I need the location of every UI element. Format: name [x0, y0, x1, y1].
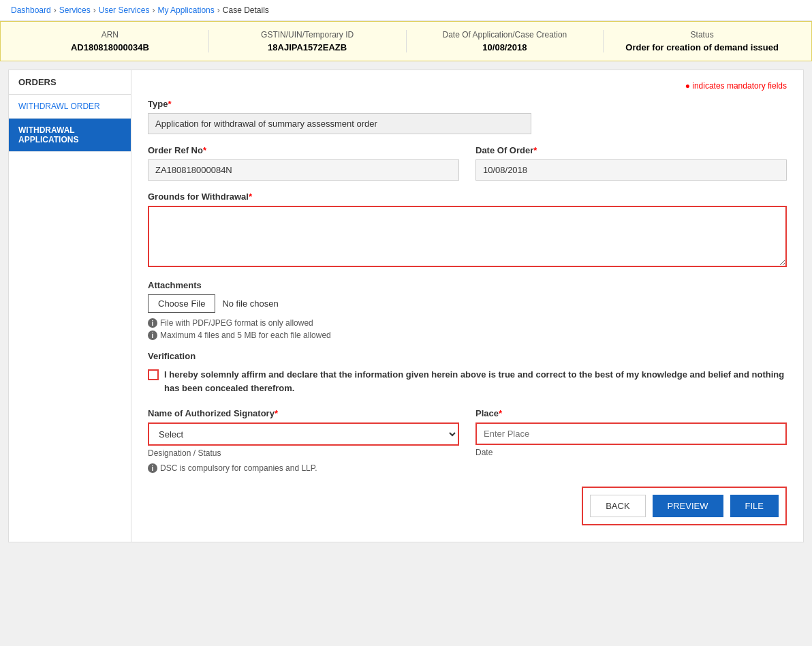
sidebar-item-withdrawal-applications[interactable]: WITHDRAWAL APPLICATIONS — [9, 119, 131, 152]
designation-label: Designation / Status — [148, 448, 459, 458]
preview-button[interactable]: PREVIEW — [653, 495, 723, 517]
gstin-label: GSTIN/UIN/Temporary ID — [209, 30, 406, 40]
breadcrumb: Dashboard › Services › User Services › M… — [0, 0, 812, 21]
file-hint-2: i Maximum 4 files and 5 MB for each file… — [148, 330, 787, 340]
arn-value: AD180818000034B — [71, 42, 149, 52]
gstin-cell: GSTIN/UIN/Temporary ID 18AJIPA1572EAZB — [208, 30, 406, 52]
dsc-hint: i DSC is compulsory for companies and LL… — [148, 463, 787, 473]
date-value: 10/08/2018 — [482, 42, 527, 52]
date-of-order-input — [475, 159, 787, 181]
sidebar: ORDERS WITHDRAWL ORDER WITHDRAWAL APPLIC… — [8, 70, 131, 542]
sidebar-item-withdrawl-order[interactable]: WITHDRAWL ORDER — [9, 95, 131, 119]
signatory-select[interactable]: Select — [148, 422, 459, 446]
order-ref-input — [148, 159, 459, 181]
breadcrumb-user-services[interactable]: User Services — [99, 5, 150, 15]
date-cell: Date Of Application/Case Creation 10/08/… — [406, 30, 604, 52]
date-of-order-label: Date Of Order* — [475, 145, 787, 155]
mandatory-note: ● indicates mandatory fields — [148, 81, 787, 91]
info-icon-1: i — [148, 318, 157, 328]
verification-row: I hereby solemnly affirm and declare tha… — [148, 368, 787, 395]
main-layout: ORDERS WITHDRAWL ORDER WITHDRAWAL APPLIC… — [8, 70, 804, 542]
type-label: Type* — [148, 99, 787, 109]
place-col: Place* Date — [475, 408, 787, 458]
order-ref-col: Order Ref No* — [148, 145, 459, 181]
type-section: Type* Application for withdrawal of summ… — [148, 99, 787, 134]
gstin-value: 18AJIPA1572EAZB — [268, 42, 347, 52]
breadcrumb-case-details: Case Details — [223, 5, 269, 15]
sep3: › — [152, 5, 155, 15]
info-icon-3: i — [148, 463, 157, 473]
order-row: Order Ref No* Date Of Order* — [148, 145, 787, 181]
grounds-section: Grounds for Withdrawal* — [148, 191, 787, 269]
file-hint-1: i File with PDF/JPEG format is only allo… — [148, 318, 787, 328]
verification-checkbox[interactable] — [148, 369, 159, 380]
choose-file-button[interactable]: Choose File — [148, 294, 215, 313]
status-value: Order for creation of demand issued — [625, 42, 779, 52]
file-button[interactable]: FILE — [730, 495, 779, 517]
arn-cell: ARN AD180818000034B — [12, 30, 208, 52]
content-area: ● indicates mandatory fields Type* Appli… — [131, 70, 804, 542]
info-bar: ARN AD180818000034B GSTIN/UIN/Temporary … — [0, 21, 812, 61]
verification-section: Verification I hereby solemnly affirm an… — [148, 351, 787, 395]
type-display: Application for withdrawal of summary as… — [148, 113, 531, 134]
grounds-textarea[interactable] — [148, 206, 787, 267]
breadcrumb-my-applications[interactable]: My Applications — [157, 5, 214, 15]
info-icon-2: i — [148, 330, 157, 340]
grounds-label: Grounds for Withdrawal* — [148, 191, 787, 202]
arn-label: ARN — [12, 30, 208, 40]
verification-label: Verification — [148, 351, 787, 361]
sep4: › — [217, 5, 220, 15]
sep1: › — [54, 5, 57, 15]
status-cell: Status Order for creation of demand issu… — [603, 30, 800, 52]
signatory-col: Name of Authorized Signatory* Select Des… — [148, 408, 459, 458]
no-file-text: No file chosen — [222, 298, 278, 309]
sidebar-header: ORDERS — [9, 70, 131, 95]
date-of-order-col: Date Of Order* — [475, 145, 787, 181]
place-label: Place* — [475, 408, 787, 418]
back-button[interactable]: BACK — [590, 495, 645, 517]
attachments-label: Attachments — [148, 280, 787, 290]
verification-text: I hereby solemnly affirm and declare tha… — [164, 368, 787, 395]
mandatory-dot: ● — [685, 81, 690, 91]
date-sub-label: Date — [475, 448, 787, 457]
breadcrumb-services[interactable]: Services — [59, 5, 91, 15]
order-ref-label: Order Ref No* — [148, 145, 459, 155]
breadcrumb-dashboard[interactable]: Dashboard — [11, 5, 51, 15]
file-row: Choose File No file chosen — [148, 294, 787, 313]
sep2: › — [93, 5, 96, 15]
place-input[interactable] — [475, 422, 787, 445]
status-label: Status — [604, 30, 800, 40]
date-label: Date Of Application/Case Creation — [407, 30, 604, 40]
signatory-row: Name of Authorized Signatory* Select Des… — [148, 408, 787, 458]
signatory-label: Name of Authorized Signatory* — [148, 408, 459, 418]
attachments-section: Attachments Choose File No file chosen i… — [148, 280, 787, 340]
button-row: BACK PREVIEW FILE — [582, 487, 787, 525]
